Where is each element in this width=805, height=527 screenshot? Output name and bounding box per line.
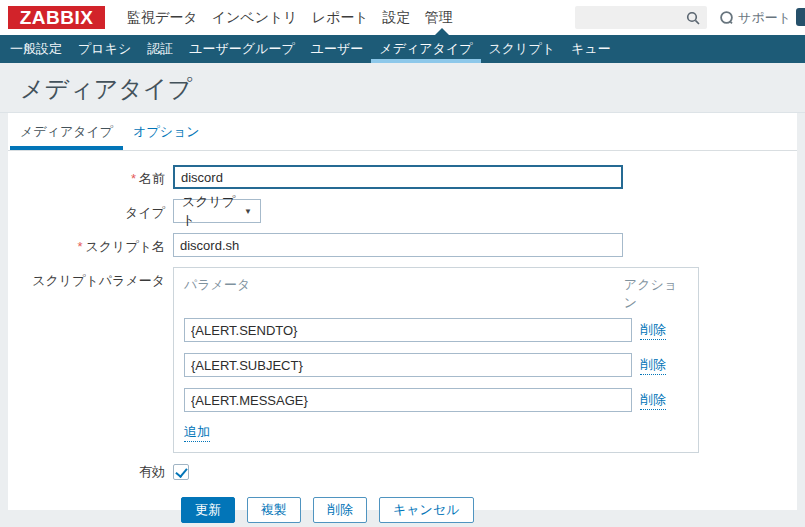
share-icon[interactable]	[796, 8, 805, 26]
search-box	[575, 6, 707, 29]
script-param-input[interactable]	[184, 353, 632, 377]
form-button[interactable]: 削除	[313, 497, 367, 523]
remove-param-link[interactable]: 削除	[640, 321, 666, 340]
form-button[interactable]: キャンセル	[379, 497, 474, 523]
top-bar: ZABBIX 監視データ インベントリ レポート 設定	[0, 0, 805, 35]
main-menu: 監視データ インベントリ レポート 設定	[127, 0, 467, 35]
main-menu-item-label: インベントリ	[212, 9, 298, 27]
main-menu-item[interactable]: 管理	[425, 0, 453, 35]
subnav-item[interactable]: スクリプト	[481, 35, 564, 63]
main-menu-item[interactable]: インベントリ	[212, 0, 298, 35]
subnav-item[interactable]: 一般設定	[2, 35, 70, 63]
subnav-item-label: プロキシ	[78, 41, 131, 56]
script-name-input[interactable]	[173, 233, 623, 257]
form-tab-label: メディアタイプ	[20, 124, 113, 139]
main-menu-item[interactable]: 設定	[383, 0, 411, 35]
media-type-form: *名前 タイプ スクリプト ▼ *スクリプト名	[8, 151, 797, 523]
enabled-checkbox[interactable]	[173, 464, 189, 480]
name-row: *名前	[8, 165, 797, 189]
zabbix-logo[interactable]: ZABBIX	[8, 6, 105, 29]
form-button[interactable]: 複製	[247, 497, 301, 523]
script-params-label: スクリプトパラメータ	[8, 267, 165, 290]
main-menu-item-label: 設定	[383, 9, 411, 27]
enabled-label: 有効	[8, 463, 165, 481]
type-select-value: スクリプト	[182, 193, 244, 229]
subnav-item[interactable]: ユーザー	[303, 35, 372, 63]
script-param-row: 削除	[184, 388, 688, 412]
active-menu-caret-icon	[435, 28, 449, 35]
subnav-item-label: キュー	[571, 41, 611, 56]
required-asterisk: *	[77, 239, 82, 254]
script-params-row: スクリプトパラメータ パラメータ アクション 削除	[8, 267, 797, 453]
main-menu-item[interactable]: レポート	[312, 0, 369, 35]
search-input[interactable]	[582, 11, 686, 25]
subnav-item-label: 一般設定	[10, 41, 62, 56]
name-field-wrap	[173, 165, 623, 189]
main-menu-item[interactable]: 監視データ	[127, 0, 198, 35]
name-label: *名前	[8, 165, 165, 188]
subnav-item-label: ユーザー	[311, 41, 364, 56]
main-menu-item-label: レポート	[312, 9, 369, 27]
remove-param-link[interactable]: 削除	[640, 356, 666, 375]
main-menu-item-label: 監視データ	[127, 9, 198, 27]
type-select[interactable]: スクリプト ▼	[173, 199, 261, 223]
select-arrow-icon: ▼	[244, 207, 252, 216]
subnav-item-label: 認証	[147, 41, 173, 56]
add-param-link[interactable]: 追加	[184, 423, 210, 442]
form-button[interactable]: 更新	[181, 497, 235, 523]
form-tab[interactable]: オプション	[123, 113, 210, 150]
script-name-label: *スクリプト名	[8, 233, 165, 256]
remove-param-link[interactable]: 削除	[640, 391, 666, 410]
script-param-row: 削除	[184, 318, 688, 342]
script-name-field-wrap	[173, 233, 623, 257]
form-buttons: 更新 複製 削除 キャンセル	[181, 497, 797, 523]
subnav-item[interactable]: ユーザーグループ	[181, 35, 303, 63]
name-input[interactable]	[173, 165, 623, 189]
subnav-item-label: ユーザーグループ	[189, 41, 295, 56]
zabbix-admin-screen: ZABBIX 監視データ インベントリ レポート 設定	[0, 0, 805, 527]
support-icon	[719, 10, 734, 25]
subnav-item[interactable]: メディアタイプ	[371, 35, 480, 63]
form-tab-label: オプション	[133, 124, 200, 139]
script-name-row: *スクリプト名	[8, 233, 797, 257]
script-param-input[interactable]	[184, 388, 632, 412]
subnav-item[interactable]: キュー	[563, 35, 619, 63]
type-label: タイプ	[8, 199, 165, 222]
subnav-item-label: メディアタイプ	[379, 41, 472, 56]
search-icon[interactable]	[686, 11, 700, 25]
subnav-item[interactable]: プロキシ	[70, 35, 139, 63]
admin-subnav: 一般設定 プロキシ 認証 ユーザーグループ ユーザー メディアタイプ スクリ	[0, 35, 805, 63]
main-menu-item-label: 管理	[425, 9, 453, 27]
form-tab[interactable]: メディアタイプ	[10, 113, 123, 150]
enabled-row: 有効	[8, 463, 797, 481]
script-params-field-wrap: パラメータ アクション 削除 削除	[173, 267, 699, 453]
column-header-parameter: パラメータ	[184, 276, 616, 312]
media-type-form-widget: メディアタイプ オプション *名前 タイプ	[8, 113, 797, 510]
form-tabs: メディアタイプ オプション	[8, 113, 797, 151]
script-param-row: 削除	[184, 353, 688, 377]
script-params-header: パラメータ アクション	[184, 276, 688, 312]
script-param-input[interactable]	[184, 318, 632, 342]
type-row: タイプ スクリプト ▼	[8, 199, 797, 223]
required-asterisk: *	[131, 171, 136, 186]
page-header-band: メディアタイプ	[0, 63, 805, 113]
script-params-table: パラメータ アクション 削除 削除	[173, 267, 699, 453]
enabled-field-wrap	[173, 464, 189, 480]
page-title: メディアタイプ	[20, 73, 805, 105]
subnav-item-label: スクリプト	[489, 41, 556, 56]
subnav-item[interactable]: 認証	[139, 35, 181, 63]
type-field-wrap: スクリプト ▼	[173, 199, 261, 223]
support-label: サポート	[738, 9, 791, 27]
support-link[interactable]: サポート	[719, 9, 791, 27]
column-header-action: アクション	[624, 276, 688, 312]
